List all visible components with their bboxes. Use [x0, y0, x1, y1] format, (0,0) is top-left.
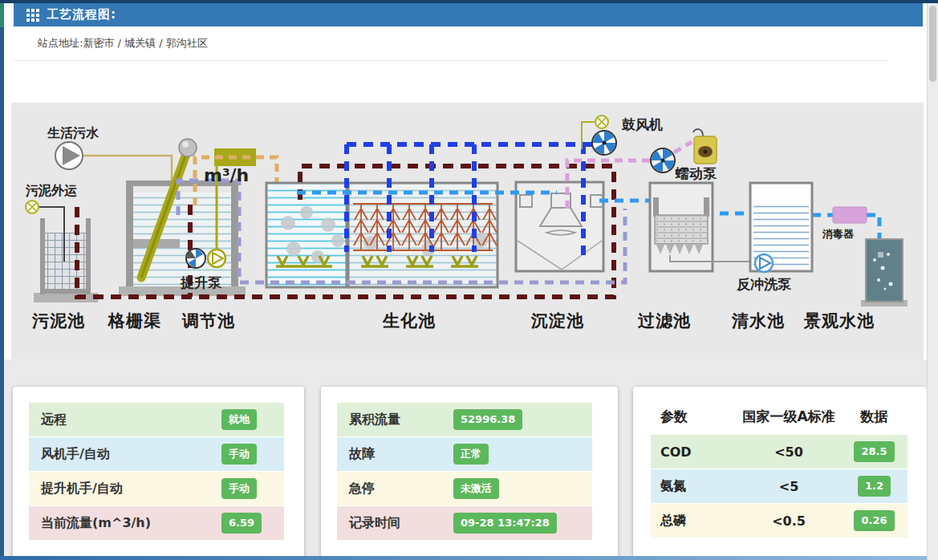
sludge-out-valve [26, 201, 39, 213]
status-card: 远程 就地 风机手/自动 手动 提升机手/自动 手动 当前流量(m^3/h) 6… [13, 387, 304, 560]
param-standard: <5 [737, 479, 841, 494]
flow-row-fault: 故障 正常 [337, 437, 592, 471]
status-row-current-flow: 当前流量(m^3/h) 6.59 [29, 506, 284, 540]
quality-card: 参数 国家一级A标准 数据 COD <50 28.5 氨氮 <5 1.2 总磷 … [633, 387, 927, 560]
label-inflow: 生活污水 [47, 125, 99, 142]
blower-valve [595, 116, 608, 128]
flow-row-record-time: 记录时间 09-28 13:47:28 [337, 506, 592, 540]
label-sludge-out: 污泥外运 [26, 183, 77, 200]
flow-card: 累积流量 52996.38 故障 正常 急停 未激活 记录时间 09-28 13… [321, 387, 618, 560]
param-standard: <0.5 [737, 513, 841, 529]
status-badge: 52996.38 [453, 409, 522, 430]
sludge-tank [34, 207, 98, 302]
param-name: 氨氮 [651, 478, 737, 495]
status-badge: 就地 [221, 409, 257, 430]
label-lift-pump: 提升泵 [181, 274, 221, 292]
left-edge-accent [0, 3, 4, 27]
param-name: 总磷 [651, 513, 737, 530]
status-badge: 正常 [453, 444, 489, 465]
status-row-lift-mode: 提升机手/自动 手动 [29, 472, 284, 505]
label-peristaltic: 蠕动泵 [676, 164, 717, 183]
tank-label-regulating: 调节池 [182, 310, 235, 332]
page-header: 工艺流程图: [14, 3, 923, 26]
page-title: 工艺流程图: [47, 7, 116, 22]
sedimentation-tank [516, 182, 603, 271]
flow-meter-unit: m³/h [204, 165, 249, 185]
status-row-remote: 远程 就地 [29, 403, 284, 436]
process-flow-diagram: 生活污水 污泥外运 提升泵 鼓风机 蠕动泵 反冲洗泵 消毒器 m³/h 污泥池 … [11, 103, 924, 359]
filter-tank [650, 183, 762, 271]
label-backwash: 反冲洗泵 [737, 275, 791, 294]
disinfector-unit [833, 207, 867, 223]
label-disinfector: 消毒器 [822, 227, 854, 241]
col-header-param: 参数 [651, 408, 737, 426]
landscape-pond [861, 239, 908, 306]
quality-row-cod: COD <50 28.5 [651, 435, 908, 469]
param-value-badge: 28.5 [854, 441, 894, 462]
status-badge: 6.59 [221, 513, 262, 534]
tank-label-bio: 生化池 [383, 310, 436, 332]
col-header-data: 数据 [841, 408, 908, 426]
clean-water-tank [750, 183, 812, 272]
param-value-badge: 0.26 [854, 510, 894, 531]
scrollbar-thumb[interactable] [929, 6, 936, 82]
row-label: 累积流量 [337, 412, 400, 427]
row-label: 远程 [29, 412, 67, 427]
status-badge: 手动 [221, 444, 257, 465]
quality-row-tp: 总磷 <0.5 0.26 [651, 504, 908, 538]
row-label: 提升机手/自动 [29, 481, 123, 496]
status-badge: 手动 [221, 478, 257, 499]
breadcrumb: 站点地址:新密市 / 城关镇 / 郭沟社区 [38, 36, 208, 51]
col-header-standard: 国家一级A标准 [737, 408, 841, 426]
param-standard: <50 [737, 444, 841, 460]
quality-row-nh3n: 氨氮 <5 1.2 [651, 469, 908, 503]
param-value-badge: 1.2 [858, 476, 891, 497]
row-label: 故障 [337, 446, 375, 461]
flow-row-total: 累积流量 52996.38 [337, 403, 592, 436]
tank-label-sludge: 污泥池 [32, 310, 85, 332]
row-label: 记录时间 [337, 515, 400, 530]
label-blower: 鼓风机 [622, 116, 663, 134]
dosing-device [693, 129, 717, 164]
tank-label-filter: 过滤池 [638, 310, 691, 332]
param-name: COD [651, 444, 737, 460]
tank-label-clean-water: 清水池 [732, 310, 785, 332]
breadcrumb-row: 站点地址:新密市 / 城关镇 / 郭沟社区 [14, 26, 888, 61]
tank-label-landscape: 景观水池 [804, 310, 875, 332]
tank-label-grid-channel: 格栅渠 [108, 310, 161, 332]
vertical-scrollbar[interactable] [927, 3, 938, 560]
status-row-fan-mode: 风机手/自动 手动 [29, 437, 284, 471]
status-badge: 09-28 13:47:28 [453, 513, 557, 534]
blower-fan-icon [592, 131, 616, 155]
peristaltic-fan-icon [651, 148, 675, 172]
status-badge: 未激活 [453, 478, 499, 499]
grid-icon [26, 9, 39, 22]
row-label: 风机手/自动 [29, 446, 110, 461]
tank-label-sedimentation: 沉淀池 [531, 310, 584, 332]
flow-row-estop: 急停 未激活 [337, 472, 592, 505]
quality-header-row: 参数 国家一级A标准 数据 [651, 398, 908, 435]
row-label: 急停 [337, 481, 375, 496]
bottom-edge-bar [0, 556, 938, 560]
row-label: 当前流量(m^3/h) [29, 515, 151, 530]
